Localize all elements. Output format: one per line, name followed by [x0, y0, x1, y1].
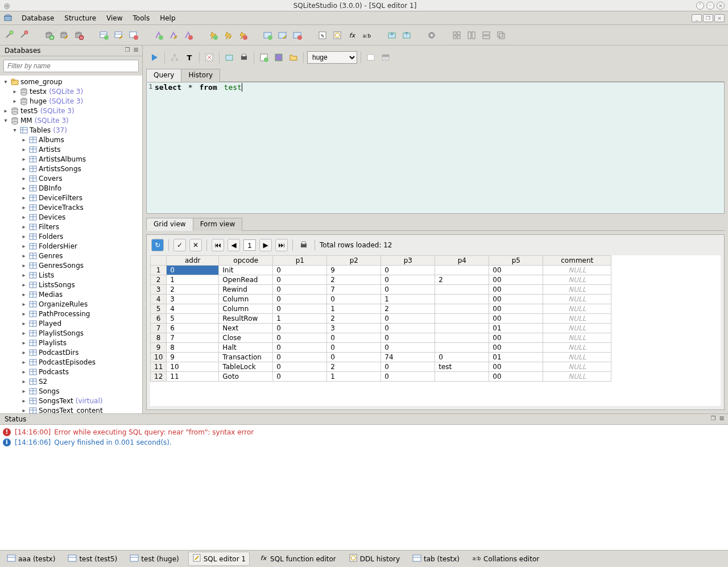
window-tab[interactable]: a:bCollations editor [469, 552, 543, 565]
cell[interactable] [435, 372, 489, 382]
tree-item[interactable]: ▸huge(SQLite 3) [0, 96, 142, 106]
cell[interactable]: 01 [489, 353, 543, 362]
cell[interactable]: Column [219, 304, 273, 314]
tree-arrow-icon[interactable]: ▸ [20, 349, 27, 355]
menu-tools[interactable]: Tools [129, 13, 155, 24]
tree-item[interactable]: ▸PlaylistSongs [0, 328, 142, 338]
window-tab[interactable]: test (test5) [64, 552, 121, 565]
new-trigger-icon[interactable] [207, 29, 220, 42]
tree-item[interactable]: ▸PathProcessing [0, 309, 142, 318]
tree-item[interactable]: ▸Played [0, 318, 142, 328]
new-editor-icon[interactable] [258, 51, 270, 64]
edit-trigger-icon[interactable] [222, 29, 234, 42]
mdi-restore-icon[interactable]: ❐ [703, 14, 713, 22]
cell[interactable]: 00 [489, 362, 543, 372]
cell[interactable]: 7 [327, 285, 381, 295]
next-page-icon[interactable]: ▶ [259, 239, 272, 251]
tree-arrow-icon[interactable]: ▸ [20, 233, 27, 239]
cell[interactable]: Transaction [219, 353, 273, 362]
table-row[interactable]: 76Next03001NULL [151, 324, 611, 333]
edit-db-icon[interactable] [58, 29, 71, 42]
table-row[interactable]: 32Rewind07000NULL [151, 285, 611, 295]
menu-help[interactable]: Help [155, 13, 180, 24]
results-grid[interactable]: addropcodep1p2p3p4p5comment10Init09000NU… [150, 255, 611, 382]
tree-arrow-icon[interactable]: ▸ [20, 340, 27, 346]
status-close-icon[interactable]: ⊠ [718, 415, 726, 423]
cell[interactable]: NULL [543, 314, 611, 324]
open-sql-icon[interactable] [287, 51, 300, 64]
column-header[interactable]: opcode [219, 256, 273, 266]
rollback-icon[interactable]: ✕ [189, 239, 202, 251]
cell[interactable] [435, 295, 489, 304]
cell[interactable]: 00 [489, 304, 543, 314]
tree-arrow-icon[interactable]: ▸ [20, 388, 27, 394]
cell[interactable]: NULL [543, 266, 611, 275]
cell[interactable]: 01 [489, 324, 543, 333]
cell[interactable]: 0 [381, 324, 435, 333]
ddl-history-icon[interactable] [331, 29, 344, 42]
cell[interactable]: 2 [327, 362, 381, 372]
tree-arrow-icon[interactable]: ▾ [2, 117, 9, 123]
tree-arrow-icon[interactable]: ▸ [20, 194, 27, 201]
tree-item[interactable]: ▸Songs [0, 386, 142, 396]
cell[interactable]: 0 [381, 343, 435, 353]
cell[interactable] [435, 285, 489, 295]
tree-arrow-icon[interactable]: ▸ [20, 175, 27, 181]
delete-trigger-icon[interactable] [237, 29, 249, 42]
cell[interactable]: 3 [167, 295, 219, 304]
cell[interactable]: 1 [327, 372, 381, 382]
last-page-icon[interactable]: ⏭ [275, 239, 288, 251]
cell[interactable]: Rewind [219, 285, 273, 295]
tree-item[interactable]: ▸S2 [0, 376, 142, 386]
column-header[interactable]: p3 [381, 256, 435, 266]
clear-history-icon[interactable] [203, 51, 216, 64]
cell[interactable]: 00 [489, 266, 543, 275]
disconnect-db-icon[interactable] [18, 29, 31, 42]
table-row[interactable]: 43Column00100NULL [151, 295, 611, 304]
page-input[interactable] [243, 239, 256, 251]
cell[interactable]: 6 [167, 324, 219, 333]
cell[interactable]: 0 [327, 343, 381, 353]
tree-arrow-icon[interactable]: ▸ [20, 243, 27, 249]
column-header[interactable]: addr [167, 256, 219, 266]
new-index-icon[interactable] [152, 29, 165, 42]
tree-item[interactable]: ▾Tables(37) [0, 125, 142, 135]
cell[interactable] [435, 314, 489, 324]
cell[interactable]: 1 [327, 304, 381, 314]
sql-editor-icon[interactable]: ✎ [316, 29, 329, 42]
tree-item[interactable]: ▸SongsText_content [0, 405, 142, 413]
window-tab[interactable]: SQL editor 1 [188, 552, 250, 566]
table-row[interactable]: 54Column01200NULL [151, 304, 611, 314]
tree-item[interactable]: ▸Podcasts [0, 367, 142, 376]
cell[interactable]: 2 [167, 285, 219, 295]
tree-item[interactable]: ▸Lists [0, 270, 142, 280]
tab-history[interactable]: History [181, 69, 220, 82]
tree-arrow-icon[interactable]: ▸ [20, 301, 27, 307]
cell[interactable] [435, 333, 489, 343]
tree-arrow-icon[interactable]: ▸ [20, 214, 27, 220]
cell[interactable]: ResultRow [219, 314, 273, 324]
tree-item[interactable]: ▸DeviceFilters [0, 193, 142, 202]
filter-input[interactable] [3, 60, 139, 72]
explain-query-icon[interactable] [168, 51, 181, 64]
minimize-icon[interactable]: ˅ [696, 2, 704, 10]
tree-arrow-icon[interactable]: ▸ [20, 282, 27, 288]
tree-item[interactable]: ▸Artists [0, 144, 142, 154]
cell[interactable]: TableLock [219, 362, 273, 372]
tree-item[interactable]: ▸SongsText(virtual) [0, 396, 142, 405]
cell[interactable]: 0 [435, 353, 489, 362]
tree-item[interactable]: ▸Folders [0, 231, 142, 241]
edit-view-icon[interactable] [276, 29, 289, 42]
cell[interactable] [435, 304, 489, 314]
cell[interactable]: 2 [435, 275, 489, 285]
tab-query[interactable]: Query [146, 69, 181, 82]
cell[interactable]: 10 [167, 362, 219, 372]
window-tab[interactable]: fxSQL function editor [255, 552, 340, 565]
table-row[interactable]: 21OpenRead020200NULL [151, 275, 611, 285]
tree-arrow-icon[interactable]: ▸ [20, 272, 27, 278]
tree-item[interactable]: ▸ListsSongs [0, 280, 142, 289]
tree-arrow-icon[interactable]: ▸ [20, 311, 27, 317]
table-row[interactable]: 109Transaction0074001NULL [151, 353, 611, 362]
database-tree[interactable]: ▾some_group▸testx(SQLite 3)▸huge(SQLite … [0, 76, 142, 413]
add-db-icon[interactable]: + [43, 29, 56, 42]
